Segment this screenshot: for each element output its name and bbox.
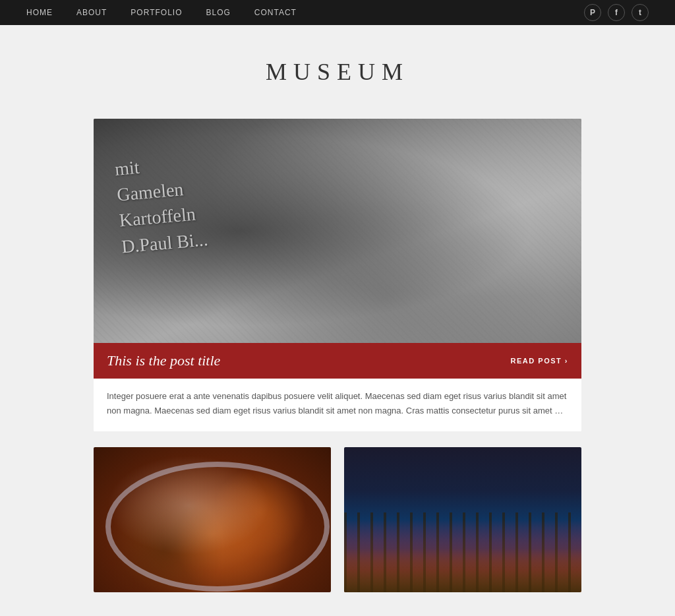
nav-links: HOME ABOUT PORTFOLIO BLOG CONTACT [26,8,297,17]
food-post-card [94,447,331,592]
social-links: P f t [584,4,649,21]
twitter-icon[interactable]: t [631,4,649,21]
food-image-background [94,447,331,592]
featured-image-background: mitGamelenKartoffelnD.Paul Bi... [94,119,581,343]
nav-blog[interactable]: BLOG [206,8,230,17]
site-title: MUSEUM [0,58,675,86]
rome-image-background [344,447,581,592]
featured-post-card: mitGamelenKartoffelnD.Paul Bi... This is… [94,119,581,431]
site-header: MUSEUM [0,25,675,106]
read-post-link[interactable]: READ POST › [511,357,568,365]
facebook-icon[interactable]: f [608,4,625,21]
nav-portfolio[interactable]: PORTFOLIO [131,8,182,17]
rome-post-card [344,447,581,592]
featured-post-excerpt: Integer posuere erat a ante venenatis da… [94,379,581,431]
main-navigation: HOME ABOUT PORTFOLIO BLOG CONTACT P f t [0,0,675,25]
featured-post-title: This is the post title [107,352,220,369]
pinterest-icon[interactable]: P [584,4,601,21]
nav-contact[interactable]: CONTACT [254,8,297,17]
cafe-text-overlay: mitGamelenKartoffelnD.Paul Bi... [113,149,209,260]
rome-post-image [344,447,581,592]
nav-about[interactable]: ABOUT [76,8,107,17]
food-post-image [94,447,331,592]
featured-post-image: mitGamelenKartoffelnD.Paul Bi... [94,119,581,343]
post-title-bar: This is the post title READ POST › [94,343,581,379]
nav-home[interactable]: HOME [26,8,53,17]
main-content: mitGamelenKartoffelnD.Paul Bi... This is… [94,106,581,616]
grid-posts [94,447,581,592]
